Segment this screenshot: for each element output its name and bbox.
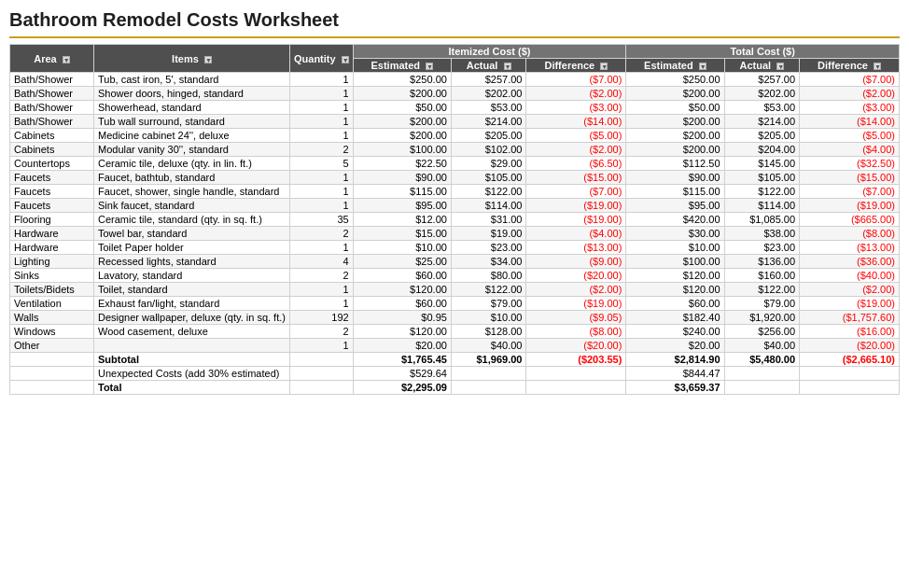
ie-filter-icon[interactable]: ▼ (426, 63, 433, 70)
table-row: VentilationExhaust fan/light, standard1$… (10, 297, 900, 311)
ta-filter-icon[interactable]: ▼ (776, 63, 784, 70)
header-itemized-cost: Itemized Cost ($) (353, 45, 626, 59)
unexpected-costs-row: Unexpected Costs (add 30% estimated) $52… (10, 367, 900, 381)
te-filter-icon[interactable]: ▼ (699, 63, 706, 70)
table-row: WindowsWood casement, deluxe2$120.00$128… (10, 325, 900, 339)
page-title: Bathroom Remodel Costs Worksheet (9, 9, 900, 31)
table-row: Bath/ShowerShowerhead, standard1$50.00$5… (10, 101, 900, 115)
header-area[interactable]: Area ▼ (10, 45, 94, 73)
table-row: CabinetsMedicine cabinet 24'', deluxe1$2… (10, 129, 900, 143)
items-filter-icon[interactable]: ▼ (204, 56, 212, 63)
table-row: Bath/ShowerTub, cast iron, 5', standard1… (10, 73, 900, 87)
table-row: FaucetsFaucet, shower, single handle, st… (10, 185, 900, 199)
table-row: WallsDesigner wallpaper, deluxe (qty. in… (10, 311, 900, 325)
table-row: CountertopsCeramic tile, deluxe (qty. in… (10, 157, 900, 171)
table-row: FaucetsFaucet, bathtub, standard1$90.00$… (10, 171, 900, 185)
header-itemized-actual[interactable]: Actual ▼ (451, 59, 526, 73)
total-row: Total $2,295.09 $3,659.37 (10, 381, 900, 395)
header-quantity[interactable]: Quantity ▼ (290, 45, 354, 73)
subtotal-row: Subtotal $1,765.45 $1,969.00 ($203.55) $… (10, 353, 900, 367)
table-row: LightingRecessed lights, standard4$25.00… (10, 255, 900, 269)
td-filter-icon[interactable]: ▼ (874, 63, 881, 70)
header-itemized-difference[interactable]: Difference ▼ (526, 59, 626, 73)
header-total-difference[interactable]: Difference ▼ (800, 59, 900, 73)
header-total-actual[interactable]: Actual ▼ (724, 59, 800, 73)
header-items[interactable]: Items ▼ (94, 45, 290, 73)
header-total-cost: Total Cost ($) (626, 45, 900, 59)
table-row: Other1$20.00$40.00($20.00)$20.00$40.00($… (10, 339, 900, 353)
table-row: CabinetsModular vanity 30'', standard2$1… (10, 143, 900, 157)
table-row: FlooringCeramic tile, standard (qty. in … (10, 213, 900, 227)
area-filter-icon[interactable]: ▼ (63, 56, 70, 63)
id-filter-icon[interactable]: ▼ (600, 63, 608, 70)
qty-filter-icon[interactable]: ▼ (342, 56, 349, 63)
header-total-estimated[interactable]: Estimated ▼ (626, 59, 724, 73)
table-row: HardwareTowel bar, standard2$15.00$19.00… (10, 227, 900, 241)
table-row: SinksLavatory, standard2$60.00$80.00($20… (10, 269, 900, 283)
table-row: HardwareToilet Paper holder1$10.00$23.00… (10, 241, 900, 255)
title-underline (9, 36, 900, 38)
header-itemized-estimated[interactable]: Estimated ▼ (353, 59, 451, 73)
table-row: Toilets/BidetsToilet, standard1$120.00$1… (10, 283, 900, 297)
table-row: Bath/ShowerShower doors, hinged, standar… (10, 87, 900, 101)
table-row: FaucetsSink faucet, standard1$95.00$114.… (10, 199, 900, 213)
ia-filter-icon[interactable]: ▼ (504, 63, 511, 70)
table-row: Bath/ShowerTub wall surround, standard1$… (10, 115, 900, 129)
cost-worksheet-table: Area ▼ Items ▼ Quantity ▼ Itemized Cost … (9, 44, 900, 395)
